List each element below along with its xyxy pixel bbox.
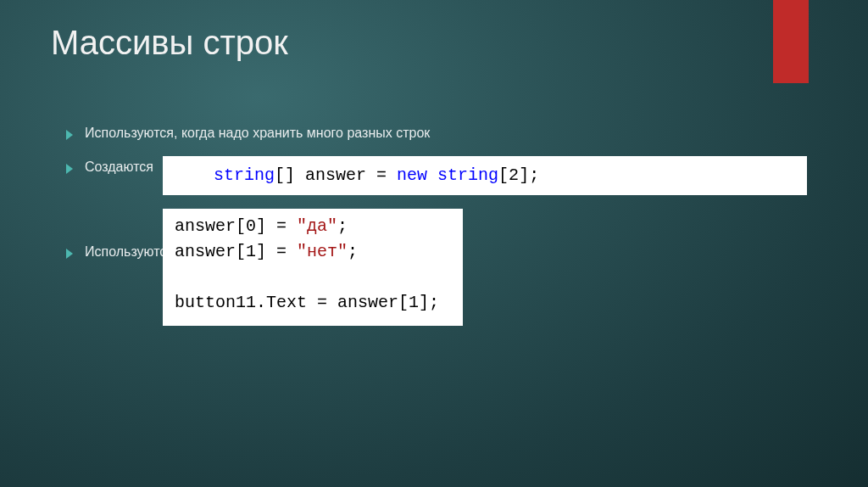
code-text: ] = xyxy=(256,242,297,261)
code-text: answer[ xyxy=(175,242,246,261)
number-literal: 2 xyxy=(509,165,519,185)
content-area: Используются, когда надо хранить много р… xyxy=(66,126,812,260)
keyword: new xyxy=(397,165,427,185)
code-snippet-usage: answer[0] = "да"; answer[1] = "нет"; but… xyxy=(163,209,463,326)
code-text: ]; xyxy=(519,165,539,185)
code-text: button11.Text = answer[ xyxy=(175,293,409,312)
bullet-text-2: Создаются xyxy=(85,160,153,175)
code-text: ] = xyxy=(256,216,297,236)
string-literal: "нет" xyxy=(297,242,348,261)
number-literal: 0 xyxy=(246,216,256,236)
keyword: string xyxy=(214,165,275,185)
chevron-right-icon xyxy=(66,249,73,259)
string-literal: "да" xyxy=(297,216,337,236)
code-text: ]; xyxy=(419,293,439,312)
chevron-right-icon xyxy=(66,130,73,140)
accent-bar xyxy=(773,0,809,83)
code-text: ; xyxy=(337,216,348,236)
bullet-row-1: Используются, когда надо хранить много р… xyxy=(66,126,812,141)
bullet-row-2: Создаются string[] answer = new string[2… xyxy=(66,160,812,175)
chevron-right-icon xyxy=(66,164,73,174)
code-text: ; xyxy=(348,242,358,261)
code-text: answer[ xyxy=(175,216,246,236)
bullet-text-1: Используются, когда надо хранить много р… xyxy=(85,126,430,141)
keyword: string xyxy=(437,165,498,185)
code-text xyxy=(427,165,437,185)
code-text: [] answer = xyxy=(275,165,397,185)
code-snippet-declaration: string[] answer = new string[2]; xyxy=(163,156,807,195)
code-text: [ xyxy=(498,165,509,185)
slide-title: Массивы строк xyxy=(51,24,288,62)
number-literal: 1 xyxy=(409,293,419,312)
bullet-row-3: Используются: answer[0] = "да"; answer[1… xyxy=(66,244,812,260)
number-literal: 1 xyxy=(246,242,256,261)
